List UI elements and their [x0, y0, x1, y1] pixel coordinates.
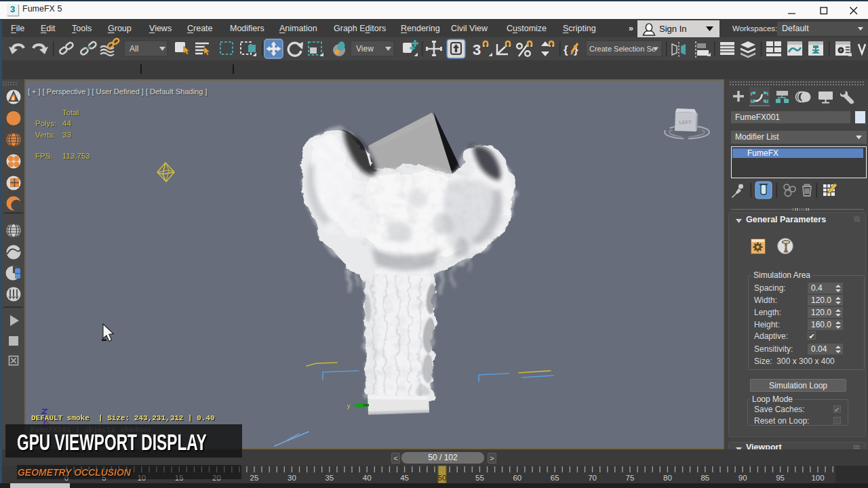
- svg-text:90: 90: [738, 474, 747, 482]
- svg-text:3: 3: [473, 41, 481, 58]
- svg-text:100: 100: [811, 474, 824, 482]
- svg-text:{: {: [564, 43, 568, 56]
- svg-text:40: 40: [363, 474, 372, 482]
- svg-text:60: 60: [513, 474, 521, 482]
- svg-text:80: 80: [663, 474, 672, 482]
- svg-text:Create Selection Se: Create Selection Se: [589, 45, 656, 53]
- svg-text:65: 65: [551, 474, 559, 482]
- svg-text:View: View: [356, 44, 374, 54]
- svg-text:y: y: [347, 403, 351, 409]
- svg-text:45: 45: [400, 474, 409, 482]
- svg-text:LEFT: LEFT: [679, 119, 692, 125]
- svg-text:55: 55: [475, 474, 484, 482]
- svg-text:85: 85: [701, 474, 709, 482]
- svg-text:75: 75: [626, 474, 635, 482]
- svg-text:95: 95: [776, 474, 785, 482]
- svg-text:35: 35: [325, 474, 334, 482]
- svg-text:50: 50: [438, 474, 447, 482]
- svg-text:25: 25: [250, 474, 259, 482]
- svg-text:70: 70: [588, 474, 597, 482]
- svg-text:30: 30: [288, 474, 296, 482]
- svg-text:All: All: [130, 44, 138, 54]
